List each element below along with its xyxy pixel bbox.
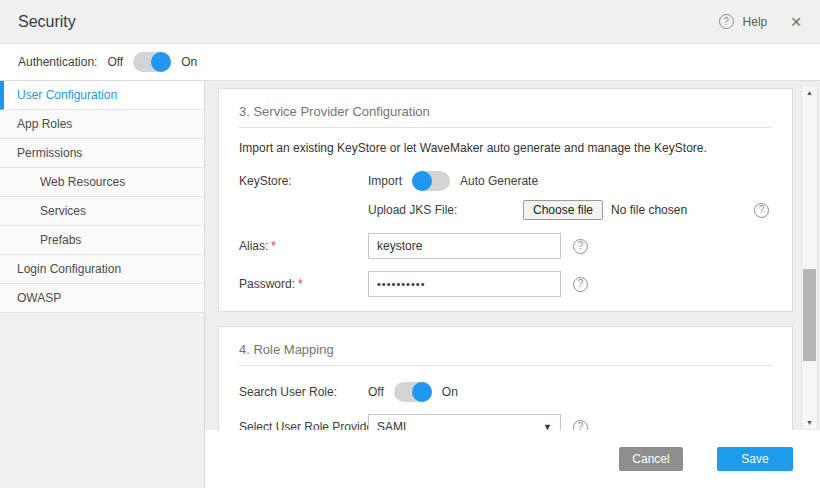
keystore-toggle[interactable]	[412, 171, 450, 191]
required-asterisk: *	[298, 277, 303, 291]
search-role-on-label: On	[442, 385, 458, 399]
vertical-scrollbar[interactable]: ▲ ▼	[801, 85, 818, 430]
search-user-role-label: Search User Role:	[239, 385, 368, 399]
authentication-toggle[interactable]	[133, 52, 171, 72]
scrollbar-thumb[interactable]	[803, 269, 816, 361]
search-user-role-row: Search User Role: Off On	[239, 382, 772, 402]
page-title: Security	[18, 13, 76, 31]
choose-file-button[interactable]: Choose file	[523, 200, 603, 220]
upload-jks-row: Upload JKS File: Choose file No file cho…	[239, 200, 772, 220]
sidebar-item-owasp[interactable]: OWASP	[0, 284, 204, 313]
authentication-on-label: On	[181, 55, 197, 69]
keystore-import-label: Import	[368, 174, 402, 188]
role-provider-help-icon[interactable]: ?	[573, 420, 588, 431]
scroll-up-icon[interactable]: ▲	[802, 86, 817, 99]
password-help-icon[interactable]: ?	[573, 277, 588, 292]
section-title: 4. Role Mapping	[239, 342, 772, 357]
save-button[interactable]: Save	[717, 447, 793, 471]
form-cards: 3. Service Provider Configuration Import…	[218, 88, 793, 430]
section-divider	[239, 127, 772, 128]
sidebar-item-app-roles[interactable]: App Roles	[0, 110, 204, 139]
password-label: Password:	[239, 277, 295, 291]
keystore-auto-generate-label: Auto Generate	[460, 174, 538, 188]
sidebar-item-login-configuration[interactable]: Login Configuration	[0, 255, 204, 284]
scroll-down-icon[interactable]: ▼	[802, 416, 817, 429]
alias-label: Alias:	[239, 239, 268, 253]
file-chosen-status: No file chosen	[611, 203, 687, 217]
keystore-label: KeyStore:	[239, 174, 368, 188]
service-provider-configuration-card: 3. Service Provider Configuration Import…	[218, 88, 793, 312]
alias-row: Alias:* ?	[239, 233, 772, 259]
password-input[interactable]: ••••••••••	[368, 271, 561, 297]
toggle-knob	[412, 382, 432, 402]
toggle-knob	[412, 171, 432, 191]
sidebar-item-services[interactable]: Services	[0, 197, 204, 226]
authentication-bar: Authentication: Off On	[0, 44, 820, 81]
required-asterisk: *	[271, 239, 276, 253]
help-link[interactable]: Help	[743, 15, 768, 29]
keystore-description: Import an existing KeyStore or let WaveM…	[239, 141, 772, 155]
role-provider-value: SAML	[377, 420, 410, 430]
authentication-label: Authentication:	[18, 55, 97, 69]
header-actions: ? Help ✕	[719, 14, 802, 30]
dialog-header: Security ? Help ✕	[0, 0, 820, 44]
role-provider-select[interactable]: SAML ▼	[368, 414, 561, 430]
search-user-role-toggle[interactable]	[394, 382, 432, 402]
section-divider	[239, 365, 772, 366]
authentication-off-label: Off	[107, 55, 123, 69]
dialog-footer: Cancel Save	[205, 430, 820, 488]
scroll-area: 3. Service Provider Configuration Import…	[205, 81, 820, 430]
keystore-row: KeyStore: Import Auto Generate	[239, 171, 772, 191]
dialog-body: User Configuration App Roles Permissions…	[0, 81, 820, 488]
search-role-off-label: Off	[368, 385, 384, 399]
chevron-down-icon: ▼	[543, 422, 552, 430]
sidebar-item-prefabs[interactable]: Prefabs	[0, 226, 204, 255]
main-content: 3. Service Provider Configuration Import…	[205, 81, 820, 488]
sidebar-item-permissions[interactable]: Permissions	[0, 139, 204, 168]
role-provider-row: Select User Role Provider: SAML ▼ ?	[239, 414, 772, 430]
alias-input[interactable]	[368, 233, 561, 259]
cancel-button[interactable]: Cancel	[619, 447, 683, 471]
password-row: Password:* •••••••••• ?	[239, 271, 772, 297]
sidebar-item-user-configuration[interactable]: User Configuration	[0, 81, 204, 110]
alias-help-icon[interactable]: ?	[573, 239, 588, 254]
role-provider-label: Select User Role Provider:	[239, 420, 368, 430]
role-mapping-card: 4. Role Mapping Search User Role: Off On	[218, 326, 793, 430]
upload-help-icon[interactable]: ?	[754, 203, 769, 218]
security-sidebar: User Configuration App Roles Permissions…	[0, 81, 205, 488]
upload-jks-label: Upload JKS File:	[368, 203, 523, 217]
sidebar-item-web-resources[interactable]: Web Resources	[0, 168, 204, 197]
section-title: 3. Service Provider Configuration	[239, 104, 772, 119]
security-dialog: Security ? Help ✕ Authentication: Off On…	[0, 0, 820, 488]
close-icon[interactable]: ✕	[790, 14, 802, 30]
help-icon[interactable]: ?	[719, 14, 734, 29]
toggle-knob	[151, 52, 171, 72]
